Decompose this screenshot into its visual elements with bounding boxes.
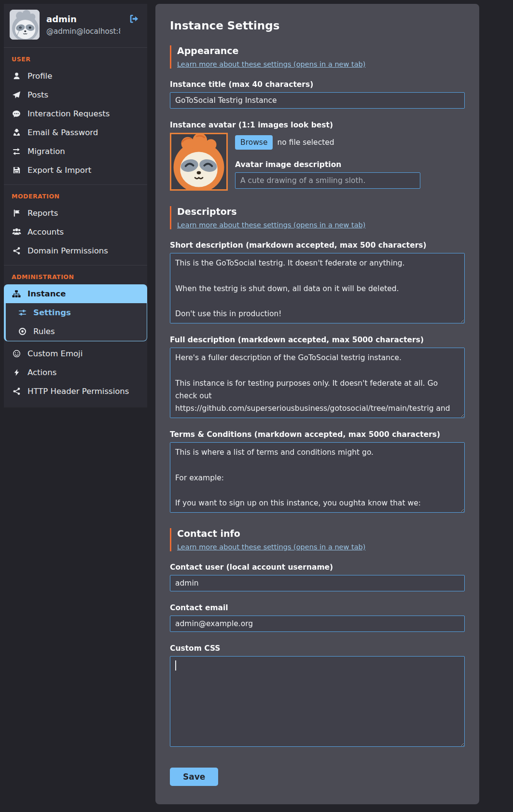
full-description-textarea[interactable]: Here's a fuller description of the GoToS… [170,348,465,418]
sidebar-item-migration[interactable]: Migration [4,142,147,161]
instance-avatar-image [170,133,228,191]
floppy-disk-icon [12,166,21,175]
avatar-description-input[interactable] [235,172,420,189]
field-instance-title: Instance title (max 40 characters) [170,80,465,109]
field-custom-css: Custom CSS [170,644,465,747]
comment-dots-icon [12,110,21,118]
sidebar-item-label: Migration [28,147,65,156]
field-full-description: Full description (markdown accepted, max… [170,336,465,418]
user-icon [12,72,21,81]
section-descriptors: Descriptors Learn more about these setti… [170,206,465,229]
terms-label: Terms & Conditions (markdown accepted, m… [170,430,465,439]
learn-more-link[interactable]: Learn more about these settings (opens i… [177,543,365,551]
learn-more-link[interactable]: Learn more about these settings (opens i… [177,221,365,229]
field-contact-email: Contact email [170,603,465,632]
sidebar-item-email-password[interactable]: Email & Password [4,123,147,142]
share-nodes-icon [12,247,21,255]
section-contact-info: Contact info Learn more about these sett… [170,528,465,551]
sidebar-item-label: Email & Password [28,128,98,137]
custom-css-label: Custom CSS [170,644,465,653]
flag-icon [12,209,21,218]
terms-textarea[interactable]: This is where a list of terms and condit… [170,442,465,513]
browse-button[interactable]: Browse [235,135,273,150]
full-description-label: Full description (markdown accepted, max… [170,336,465,344]
sidebar-item-label: Reports [28,209,58,218]
instance-title-input[interactable] [170,92,465,109]
sloth-avatar-orange [171,134,226,189]
sidebar-item-label: Instance [28,289,66,298]
user-avatar [10,10,40,40]
contact-email-label: Contact email [170,603,465,612]
custom-css-textarea[interactable] [170,656,465,747]
sidebar-item-label: Profile [28,71,52,81]
instance-title-label: Instance title (max 40 characters) [170,80,465,89]
contact-email-input[interactable] [170,616,465,632]
short-description-label: Short description (markdown accepted, ma… [170,241,465,250]
circle-dot-icon [17,327,27,336]
field-contact-user: Contact user (local account username) [170,563,465,591]
sidebar-item-label: HTTP Header Permissions [28,387,129,396]
sloth-avatar-gray [10,10,40,40]
sidebar-item-posts[interactable]: Posts [4,85,147,104]
arrow-right-from-bracket-icon[interactable] [127,12,141,28]
bolt-icon [12,368,21,377]
user-secret-icon [12,128,21,137]
sidebar-item-instance[interactable]: Instance [4,284,147,303]
section-title: Appearance [177,45,465,56]
sidebar-item-export-import[interactable]: Export & Import [4,161,147,180]
user-handle: @admin@localhost:8... [46,27,120,36]
field-short-description: Short description (markdown accepted, ma… [170,241,465,323]
contact-user-label: Contact user (local account username) [170,563,465,572]
sidebar-item-interaction-requests[interactable]: Interaction Requests [4,104,147,123]
sidebar-item-accounts[interactable]: Accounts [4,223,147,241]
sidebar-item-actions[interactable]: Actions [4,363,147,382]
users-icon [12,228,21,237]
user-card: admin @admin@localhost:8... [4,4,147,45]
share-nodes-icon [12,387,21,396]
sitemap-icon [12,290,21,298]
page: admin @admin@localhost:8... USER Profile… [0,0,513,808]
section-title: Descriptors [177,206,465,217]
learn-more-link[interactable]: Learn more about these settings (opens i… [177,60,365,68]
field-terms: Terms & Conditions (markdown accepted, m… [170,430,465,513]
instance-settings-panel: Instance Settings Appearance Learn more … [155,4,479,804]
arrows-right-left-icon [12,147,21,156]
sidebar-item-label: Rules [33,327,55,336]
file-status-text: no file selected [277,138,334,147]
section-label-administration: ADMINISTRATION [4,266,147,284]
sidebar-item-label: Export & Import [28,166,91,175]
paper-plane-icon [12,91,21,99]
text-caret [175,660,176,671]
sidebar-item-rules[interactable]: Rules [6,322,147,341]
sidebar-item-custom-emoji[interactable]: Custom Emoji [4,344,147,363]
face-smile-icon [12,350,21,358]
user-name: admin [46,14,120,24]
sidebar-item-http-header-permissions[interactable]: HTTP Header Permissions [4,382,147,401]
avatar-row: Browse no file selected Avatar image des… [170,133,465,191]
sliders-icon [17,308,27,317]
sidebar-item-label: Accounts [28,227,64,237]
sidebar-item-profile[interactable]: Profile [4,67,147,85]
contact-user-input[interactable] [170,575,465,591]
section-appearance: Appearance Learn more about these settin… [170,45,465,69]
instance-submenu: Settings Rules [4,303,147,341]
field-instance-avatar: Instance avatar (1:1 images look best) [170,121,465,191]
avatar-description-label: Avatar image description [235,160,465,169]
section-label-moderation: MODERATION [4,185,147,204]
sidebar-item-label: Custom Emoji [28,349,83,358]
sidebar-item-settings[interactable]: Settings [6,303,147,322]
sidebar-item-reports[interactable]: Reports [4,204,147,223]
short-description-textarea[interactable]: This is the GoToSocial testrig. It doesn… [170,253,465,323]
sidebar-item-label: Interaction Requests [28,109,110,118]
save-button[interactable]: Save [170,768,218,786]
section-title: Contact info [177,528,465,539]
sidebar-item-label: Posts [28,90,48,99]
avatar-file-controls: Browse no file selected Avatar image des… [235,133,465,189]
sidebar-item-label: Settings [33,308,71,317]
sidebar-item-label: Domain Permissions [28,246,108,255]
page-title: Instance Settings [170,19,465,32]
sidebar-item-label: Actions [28,368,56,377]
sidebar: admin @admin@localhost:8... USER Profile… [4,4,147,407]
sidebar-item-domain-permissions[interactable]: Domain Permissions [4,241,147,260]
section-label-user: USER [4,48,147,67]
